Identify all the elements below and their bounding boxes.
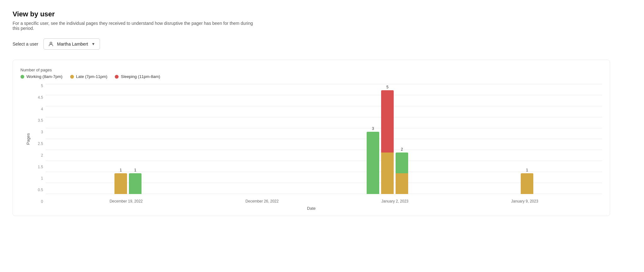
bar-value-stacked-jan2: 5 xyxy=(386,85,389,89)
date-group-jan9: 1 xyxy=(521,168,533,194)
bar-value-late-jan9: 1 xyxy=(526,168,528,172)
bar-stack-jan2: 3 5 2 xyxy=(367,85,408,194)
chevron-down-icon: ▼ xyxy=(92,42,95,46)
legend-label-working: Working (8am-7pm) xyxy=(26,74,63,79)
svg-point-0 xyxy=(50,42,52,44)
y-tick: 1.5 xyxy=(38,165,43,169)
bar-stack-dec19: 1 1 xyxy=(114,168,142,194)
legend-label-sleeping: Sleeping (11pm-8am) xyxy=(121,74,160,79)
y-tick: 5 xyxy=(41,84,43,88)
x-tick-jan2: January 2, 2023 xyxy=(381,199,408,203)
bar-value-wl-jan2: 2 xyxy=(401,147,403,152)
bar-working2-jan2 xyxy=(396,153,408,173)
y-tick: 3 xyxy=(41,130,43,134)
user-select-button[interactable]: Martha Lambert ▼ xyxy=(43,38,100,50)
bar-col-wl-jan2: 2 xyxy=(396,147,408,194)
y-tick: 2.5 xyxy=(38,142,43,146)
selected-user-name: Martha Lambert xyxy=(57,42,88,47)
legend: Working (8am-7pm) Late (7pm-11pm) Sleepi… xyxy=(20,74,602,79)
date-group-dec19: 1 1 xyxy=(114,168,142,194)
legend-dot-working xyxy=(20,75,24,79)
bar-late-dec19 xyxy=(114,173,127,194)
user-icon xyxy=(48,41,54,47)
bar-col-working-dec19: 1 xyxy=(129,168,142,194)
bar-late2-jan2 xyxy=(396,173,408,194)
legend-dot-late xyxy=(70,75,74,79)
y-tick: 0 xyxy=(41,200,43,203)
y-tick: 0.5 xyxy=(38,188,43,192)
chart-plot: 1 1 xyxy=(46,84,602,203)
bar-working-jan2 xyxy=(367,132,379,194)
x-tick-dec26: December 26, 2022 xyxy=(246,199,279,203)
y-tick: 1 xyxy=(41,176,43,180)
bar-working-dec19 xyxy=(129,173,142,194)
y-axis-title: Pages xyxy=(26,133,31,145)
legend-dot-sleeping xyxy=(115,75,119,79)
y-tick: 3.5 xyxy=(38,119,43,122)
x-axis: December 19, 2022 December 26, 2022 Janu… xyxy=(46,199,602,203)
legend-label-late: Late (7pm-11pm) xyxy=(76,74,108,79)
bar-col-late-dec19: 1 xyxy=(114,168,127,194)
legend-item-working: Working (8am-7pm) xyxy=(20,74,63,79)
y-tick: 2 xyxy=(41,153,43,157)
y-tick: 4.5 xyxy=(38,96,43,99)
x-tick-dec19: December 19, 2022 xyxy=(109,199,142,203)
y-tick: 4 xyxy=(41,107,43,111)
legend-item-sleeping: Sleeping (11pm-8am) xyxy=(115,74,160,79)
bar-late-jan2 xyxy=(381,153,394,194)
page-title: View by user xyxy=(13,10,631,18)
legend-item-late: Late (7pm-11pm) xyxy=(70,74,108,79)
bar-value-working-dec19: 1 xyxy=(134,168,136,172)
bar-sleeping-jan2 xyxy=(381,90,394,153)
bars-area: 1 1 xyxy=(46,84,602,194)
page-description: For a specific user, see the individual … xyxy=(13,21,258,31)
bar-value-working-jan2: 3 xyxy=(372,126,374,131)
bar-col-late-jan9: 1 xyxy=(521,168,533,194)
bar-value-late-dec19: 1 xyxy=(120,168,122,172)
bar-late-jan9 xyxy=(521,173,533,194)
y-axis: 5 4.5 4 3.5 3 2.5 2 1.5 1 0.5 0 xyxy=(34,84,46,203)
bar-stack-jan9: 1 xyxy=(521,168,533,194)
select-user-label: Select a user xyxy=(13,42,38,47)
bar-wl-jan2 xyxy=(396,153,408,194)
bar-col-stacked-jan2: 5 xyxy=(381,85,394,194)
date-group-jan2: 3 5 2 xyxy=(367,85,408,194)
x-tick-jan9: January 9, 2023 xyxy=(511,199,538,203)
bar-stacked-jan2 xyxy=(381,90,394,194)
x-axis-title: Date xyxy=(20,206,602,211)
chart-header: Number of pages xyxy=(20,68,602,72)
chart-container: Number of pages Working (8am-7pm) Late (… xyxy=(13,60,610,216)
bar-col-working-jan2: 3 xyxy=(367,126,379,194)
